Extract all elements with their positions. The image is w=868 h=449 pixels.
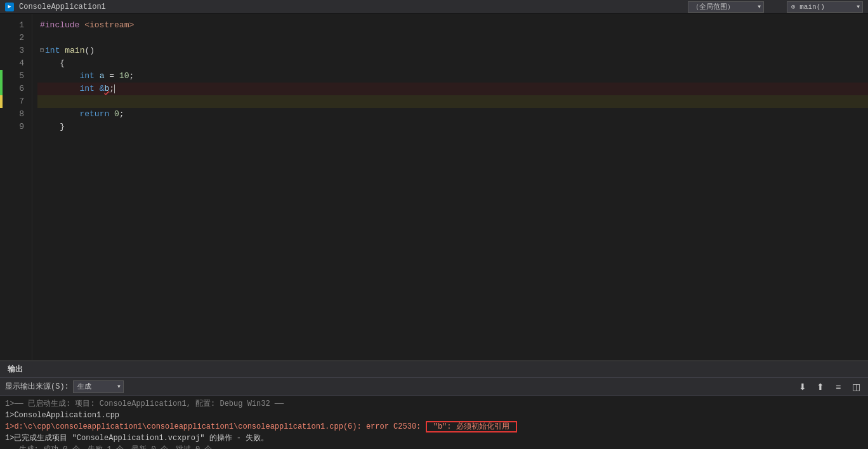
output-panel: 输出 显示输出来源(S): 生成 ⬇ ⬆ ≡ ◫ 1>—— 已启动生成: 项目:… — [0, 360, 868, 449]
error-highlight: "b": 必须初始化引用 — [426, 421, 517, 432]
line-num-8: 8 — [9, 108, 24, 121]
line-num-2: 2 — [9, 32, 24, 44]
output-content[interactable]: 1>—— 已启动生成: 项目: ConsoleApplication1, 配置:… — [0, 396, 868, 449]
code-line-4: { — [37, 57, 868, 70]
code-line-2 — [37, 32, 868, 44]
line-num-7: 7 — [9, 95, 24, 108]
line-numbers: 1 2 3 4 5 6 7 8 9 — [4, 14, 32, 360]
output-panel-title: 输出 — [8, 364, 23, 375]
line-num-1: 1 — [9, 19, 24, 32]
code-line-8: return 0; — [37, 108, 868, 121]
output-line-1: 1>—— 已启动生成: 项目: ConsoleApplication1, 配置:… — [5, 398, 863, 410]
main-area: 1 2 3 4 5 6 7 8 9 #include <iostream> ⊟i… — [0, 14, 868, 449]
line-num-6: 6 — [9, 83, 24, 95]
output-toolbar-btn-2[interactable]: ⬆ — [813, 380, 827, 393]
line-num-4: 4 — [9, 57, 24, 70]
output-source-label: 显示输出来源(S): — [5, 381, 69, 392]
output-line-2: 1>ConsoleApplication1.cpp — [5, 410, 863, 421]
code-line-1: #include <iostream> — [37, 19, 868, 32]
gutter — [0, 14, 4, 360]
line-num-5: 5 — [9, 70, 24, 83]
collapse-icon[interactable]: ⊟ — [40, 44, 44, 57]
title-bar: ► ConsoleApplication1 （全局范围） ⊙ main() — [0, 0, 868, 14]
code-line-9: } — [37, 121, 868, 133]
code-line-5: int a = 10; — [37, 70, 868, 83]
output-line-5: —— 生成: 成功 0 个，失败 1 个，最新 0 个，跳过 0 个 —— — [5, 444, 863, 449]
output-source-select[interactable]: 生成 — [73, 380, 124, 393]
line-num-9: 9 — [9, 121, 24, 133]
output-toolbar-btn-4[interactable]: ◫ — [849, 380, 863, 393]
code-editor[interactable]: 1 2 3 4 5 6 7 8 9 #include <iostream> ⊟i… — [0, 14, 868, 360]
output-toolbar-btn-3[interactable]: ≡ — [831, 380, 845, 393]
scope-dropdown[interactable]: （全局范围） — [688, 1, 764, 13]
line-num-3: 3 — [9, 44, 24, 57]
code-line-6: int &b; — [37, 83, 868, 95]
output-line-3: 1>d:\c\cpp\consoleapplication1\consoleap… — [5, 421, 863, 432]
code-content[interactable]: #include <iostream> ⊟int main() { int a … — [32, 14, 868, 360]
output-line-4: 1>已完成生成项目 "ConsoleApplication1.vcxproj" … — [5, 432, 863, 444]
app-icon: ► — [5, 3, 14, 11]
code-line-3: ⊟int main() — [37, 44, 868, 57]
output-toolbar-btn-1[interactable]: ⬇ — [796, 380, 810, 393]
code-line-7 — [37, 95, 868, 108]
output-toolbar: 显示输出来源(S): 生成 ⬇ ⬆ ≡ ◫ — [0, 378, 868, 396]
app-title: ConsoleApplication1 — [19, 3, 106, 11]
function-dropdown[interactable]: ⊙ main() — [787, 1, 863, 13]
output-header: 输出 — [0, 361, 868, 378]
